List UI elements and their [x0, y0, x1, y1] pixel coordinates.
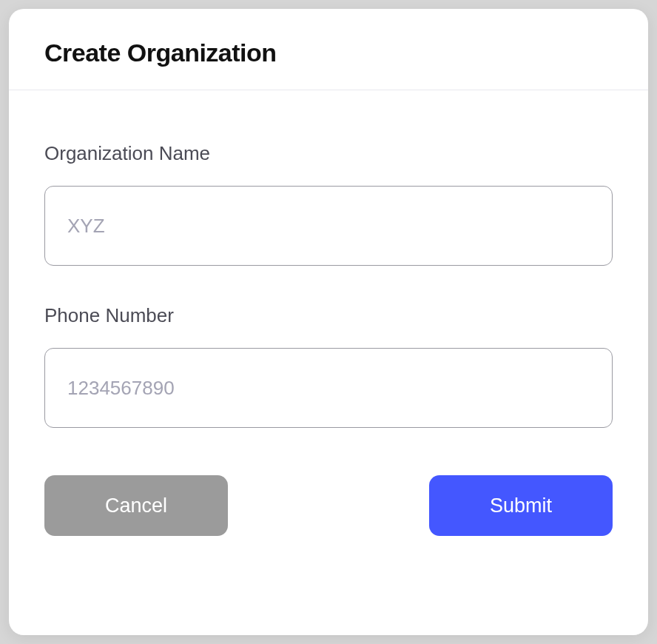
- form-group-phone: Phone Number: [44, 304, 613, 428]
- org-name-label: Organization Name: [44, 142, 613, 165]
- org-name-input[interactable]: [44, 186, 613, 266]
- modal-body: Organization Name Phone Number Cancel Su…: [9, 90, 648, 571]
- modal-header: Create Organization: [9, 9, 648, 90]
- cancel-button[interactable]: Cancel: [44, 475, 228, 536]
- form-group-org-name: Organization Name: [44, 142, 613, 266]
- submit-button[interactable]: Submit: [429, 475, 613, 536]
- phone-input[interactable]: [44, 348, 613, 428]
- button-row: Cancel Submit: [44, 475, 613, 536]
- phone-label: Phone Number: [44, 304, 613, 327]
- modal-title: Create Organization: [44, 38, 613, 67]
- create-organization-modal: Create Organization Organization Name Ph…: [9, 9, 648, 635]
